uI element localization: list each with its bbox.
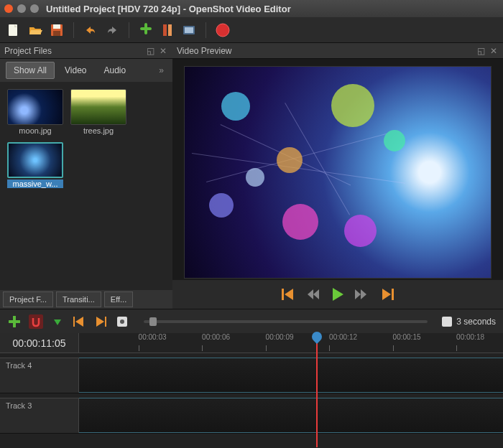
video-preview-panel: Video Preview ◱ ✕ bbox=[172, 43, 503, 309]
jump-end-button[interactable] bbox=[379, 289, 394, 300]
next-marker-button[interactable] bbox=[93, 314, 108, 329]
timeline-tracks: Track 4 Track 3 bbox=[0, 353, 503, 448]
current-time-display: 00:00:11:05 bbox=[0, 333, 79, 353]
playhead[interactable] bbox=[316, 333, 318, 447]
center-playhead-button[interactable] bbox=[115, 314, 129, 329]
rewind-button[interactable] bbox=[306, 289, 320, 299]
svg-point-15 bbox=[120, 319, 124, 324]
fast-forward-button[interactable] bbox=[355, 289, 369, 299]
ruler-tick: 00:00:18 bbox=[456, 333, 484, 341]
file-filter-tabs: Show All Video Audio » bbox=[0, 59, 172, 82]
ruler-tick: 00:00:15 bbox=[393, 333, 421, 341]
video-preview-title: Video Preview bbox=[177, 46, 473, 56]
ruler-tick: 00:00:12 bbox=[329, 333, 357, 341]
project-files-grid: moon.jpg trees.jpg massive_w... bbox=[0, 82, 172, 290]
svg-rect-11 bbox=[392, 289, 394, 300]
timeline-toolbar: 3 seconds bbox=[0, 309, 503, 333]
ruler-tick: 00:00:09 bbox=[266, 333, 294, 341]
svg-rect-7 bbox=[185, 27, 193, 33]
fullscreen-button[interactable] bbox=[181, 22, 197, 38]
filter-more-button[interactable]: » bbox=[156, 65, 167, 75]
track-name-label[interactable]: Track 3 bbox=[0, 398, 79, 433]
timeline-ruler[interactable]: 00:00:03 00:00:06 00:00:09 00:00:12 00:0… bbox=[79, 333, 503, 353]
svg-rect-5 bbox=[168, 24, 172, 36]
window-close-button[interactable] bbox=[4, 4, 13, 13]
filter-show-all-tab[interactable]: Show All bbox=[6, 62, 55, 79]
filter-audio-tab[interactable]: Audio bbox=[97, 62, 134, 78]
project-files-tab[interactable]: Project F... bbox=[3, 291, 53, 307]
panel-undock-icon[interactable]: ◱ bbox=[145, 46, 155, 56]
thumbnail-image bbox=[7, 142, 63, 178]
new-project-button[interactable] bbox=[6, 22, 22, 38]
main-toolbar bbox=[0, 17, 503, 43]
svg-rect-10 bbox=[282, 289, 284, 300]
effects-tab[interactable]: Eff... bbox=[104, 291, 133, 307]
file-name-label: massive_w... bbox=[7, 179, 63, 188]
razor-tool-button[interactable] bbox=[50, 314, 65, 329]
bottom-panel-tabs: Project F... Transiti... Eff... bbox=[0, 290, 172, 309]
timeline: 00:00:11:05 00:00:03 00:00:06 00:00:09 0… bbox=[0, 333, 503, 448]
window-titlebar: Untitled Project [HDV 720 24p] - OpenSho… bbox=[0, 0, 503, 17]
undo-button[interactable] bbox=[83, 22, 98, 38]
window-maximize-button[interactable] bbox=[30, 4, 39, 13]
choose-profile-button[interactable] bbox=[160, 22, 175, 38]
project-file-item[interactable]: moon.jpg bbox=[7, 89, 63, 135]
panel-undock-icon[interactable]: ◱ bbox=[476, 46, 486, 56]
svg-rect-12 bbox=[73, 317, 75, 327]
zoom-duration-label: 3 seconds bbox=[456, 317, 496, 327]
panel-close-icon[interactable]: ✕ bbox=[489, 46, 499, 56]
timeline-track[interactable]: Track 4 bbox=[0, 358, 503, 393]
import-files-button[interactable] bbox=[138, 22, 154, 38]
export-video-button[interactable] bbox=[215, 22, 231, 38]
track-content-area[interactable] bbox=[79, 398, 503, 433]
svg-rect-2 bbox=[53, 24, 60, 29]
playback-controls bbox=[172, 280, 503, 309]
svg-rect-4 bbox=[163, 24, 167, 36]
project-file-item[interactable]: massive_w... bbox=[7, 142, 63, 188]
thumbnail-image bbox=[7, 89, 63, 125]
zoom-slider[interactable] bbox=[144, 320, 428, 323]
track-name-label[interactable]: Track 4 bbox=[0, 358, 79, 393]
project-files-title: Project Files bbox=[4, 46, 142, 56]
svg-rect-3 bbox=[53, 31, 60, 36]
window-title: Untitled Project [HDV 720 24p] - OpenSho… bbox=[46, 4, 291, 14]
ruler-tick: 00:00:06 bbox=[202, 333, 230, 341]
save-project-button[interactable] bbox=[49, 22, 65, 38]
transitions-tab[interactable]: Transiti... bbox=[56, 291, 101, 307]
open-project-button[interactable] bbox=[27, 22, 43, 38]
jump-start-button[interactable] bbox=[282, 289, 296, 300]
window-minimize-button[interactable] bbox=[17, 4, 26, 13]
track-content-area[interactable] bbox=[79, 358, 503, 393]
video-preview-display[interactable] bbox=[184, 66, 492, 279]
duration-icon bbox=[442, 317, 452, 327]
panel-close-icon[interactable]: ✕ bbox=[158, 46, 168, 56]
ruler-tick: 00:00:03 bbox=[139, 333, 167, 341]
redo-button[interactable] bbox=[104, 22, 120, 38]
add-track-button[interactable] bbox=[7, 314, 22, 329]
previous-marker-button[interactable] bbox=[72, 314, 86, 329]
filter-video-tab[interactable]: Video bbox=[57, 62, 93, 78]
thumbnail-image bbox=[70, 89, 126, 125]
file-name-label: trees.jpg bbox=[70, 126, 126, 135]
snap-toggle-button[interactable] bbox=[29, 314, 43, 329]
svg-rect-13 bbox=[105, 317, 106, 327]
timeline-track[interactable]: Track 3 bbox=[0, 398, 503, 434]
file-name-label: moon.jpg bbox=[7, 126, 63, 135]
play-button[interactable] bbox=[331, 287, 345, 302]
project-file-item[interactable]: trees.jpg bbox=[70, 89, 126, 135]
project-files-panel: Project Files ◱ ✕ Show All Video Audio »… bbox=[0, 43, 172, 309]
